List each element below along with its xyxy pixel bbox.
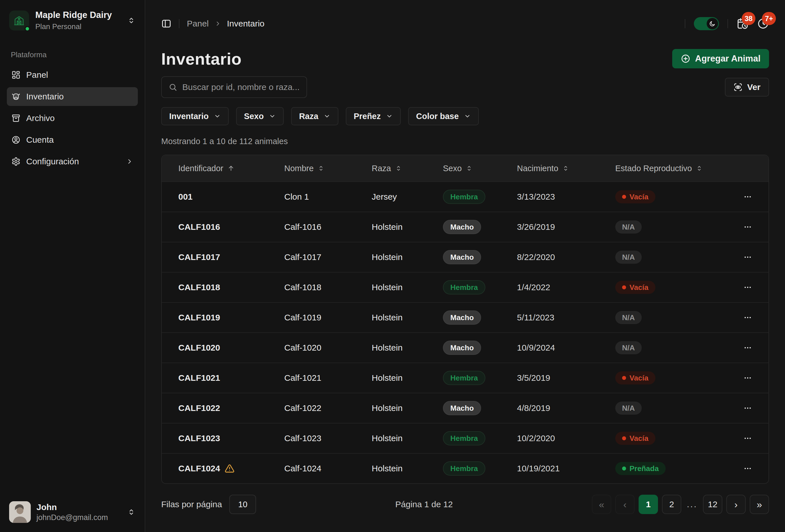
birth-date: 5/11/2023 [517,313,615,322]
main-area: Panel Inventario [145,0,785,532]
filter-inventario[interactable]: Inventario [161,107,229,125]
scan-eye-icon [733,83,742,92]
breadcrumb: Panel Inventario [187,19,264,28]
animal-name: Calf-1020 [284,343,372,353]
sidebar-item-inventario[interactable]: Inventario [7,87,138,106]
clock-notifications-button[interactable]: 7+ [757,18,769,30]
status-badge: Vacía [615,371,655,384]
status-badge: N/A [615,221,642,233]
chevron-down-icon [269,113,276,120]
pagination-bar: Filas por página 10 Página 1 de 12 « ‹ 1… [161,495,769,514]
org-name: Maple Ridge Dairy [35,10,112,21]
filter-raza[interactable]: Raza [291,107,338,125]
user-menu[interactable]: John johnDoe@gmail.com [7,500,138,525]
animal-breed: Holstein [372,373,443,383]
sidebar-item-panel[interactable]: Panel [7,66,138,84]
sidebar-toggle-button[interactable] [161,19,172,29]
row-actions-button[interactable] [740,220,755,234]
animal-name: Calf-1019 [284,313,372,322]
org-logo [9,10,29,30]
chevron-right-icon [126,158,133,165]
arrow-up-icon [227,164,235,172]
sidebar-item-label: Archivo [26,113,55,123]
sidebar-item-configuracion[interactable]: Configuración [7,152,138,171]
status-dot [622,466,626,471]
row-actions-button[interactable] [740,340,755,355]
animal-id: CALF1021 [178,373,284,383]
column-nombre[interactable]: Nombre [284,164,372,173]
status-dot [622,285,626,289]
filter-sexo[interactable]: Sexo [236,107,284,125]
row-actions-button[interactable] [740,431,755,446]
sex-badge: Macho [443,250,481,264]
row-actions-button[interactable] [740,310,755,325]
row-actions-button[interactable] [740,461,755,476]
column-estado-reproductivo[interactable]: Estado Reproductivo [615,164,729,173]
sex-badge: Macho [443,220,481,234]
results-summary: Mostrando 1 a 10 de 112 animales [161,137,769,146]
theme-toggle[interactable] [694,17,719,30]
sidebar-item-archivo[interactable]: Archivo [7,109,138,128]
page-button-2[interactable]: 2 [662,495,681,514]
birth-date: 3/5/2019 [517,373,615,383]
prev-page-button[interactable]: ‹ [615,495,635,514]
user-avatar [9,501,31,523]
animal-breed: Holstein [372,222,443,232]
sidebar: Maple Ridge Dairy Plan Personal Platafor… [0,0,145,532]
sidebar-item-cuenta[interactable]: Cuenta [7,130,138,149]
column-nacimiento[interactable]: Nacimiento [517,164,615,173]
org-switcher[interactable]: Maple Ridge Dairy Plan Personal [7,8,138,33]
table-row: CALF1018 Calf-1018 Holstein Hembra 1/4/2… [162,272,768,302]
table-row: CALF1016 Calf-1016 Holstein Macho 3/26/2… [162,211,768,242]
add-animal-button[interactable]: Agregar Animal [672,49,769,68]
table-row: CALF1024 Calf-1024 Holstein Hembra 10/19… [162,453,768,483]
search-field [161,76,307,98]
column-raza[interactable]: Raza [372,164,443,173]
topbar: Panel Inventario [145,0,785,43]
breadcrumb-current: Inventario [227,19,264,28]
birth-date: 10/2/2020 [517,433,615,443]
animal-breed: Holstein [372,343,443,353]
row-actions-button[interactable] [740,250,755,264]
divider [179,19,179,28]
row-actions-button[interactable] [740,190,755,204]
breadcrumb-parent[interactable]: Panel [187,19,209,28]
next-page-button[interactable]: › [726,495,746,514]
online-status-dot [25,26,30,32]
animal-id: CALF1024 [178,464,284,473]
chevron-down-icon [214,113,221,120]
animal-id: CALF1023 [178,433,284,443]
sidebar-item-label: Configuración [26,157,79,166]
birth-date: 10/19/2021 [517,464,615,473]
page-button-1[interactable]: 1 [639,495,658,514]
column-sexo[interactable]: Sexo [443,164,517,173]
status-badge: Vacía [615,281,655,294]
moon-icon [707,18,718,29]
status-dot [622,376,626,380]
row-actions-button[interactable] [740,371,755,385]
table-row: CALF1023 Calf-1023 Holstein Hembra 10/2/… [162,423,768,453]
sidebar-nav: Panel Inventario Archivo [7,66,138,171]
row-actions-button[interactable] [740,280,755,295]
first-page-button[interactable]: « [592,495,611,514]
table-header: Identificador Nombre Raza Sexo Nacimient… [162,155,768,181]
animal-id: CALF1019 [178,313,284,322]
view-options-button[interactable]: Ver [725,78,769,97]
chevron-down-icon [324,113,330,120]
table-row: CALF1020 Calf-1020 Holstein Macho 10/9/2… [162,332,768,362]
birth-date: 3/26/2019 [517,222,615,232]
filter-color-base[interactable]: Color base [408,107,479,125]
search-input[interactable] [182,82,300,92]
calendar-notifications-button[interactable]: 38 [737,18,749,30]
row-actions-button[interactable] [740,401,755,415]
sex-badge: Hembra [443,371,485,385]
rows-per-page-select[interactable]: 10 [229,495,256,514]
page-button-12[interactable]: 12 [703,495,722,514]
birth-date: 3/13/2023 [517,192,615,202]
animals-table: Identificador Nombre Raza Sexo Nacimient… [161,155,769,484]
last-page-button[interactable]: » [750,495,769,514]
animal-name: Calf-1023 [284,433,372,443]
filter-prenez[interactable]: Preñez [346,107,401,125]
column-identificador[interactable]: Identificador [178,164,284,173]
status-dot [622,195,626,199]
